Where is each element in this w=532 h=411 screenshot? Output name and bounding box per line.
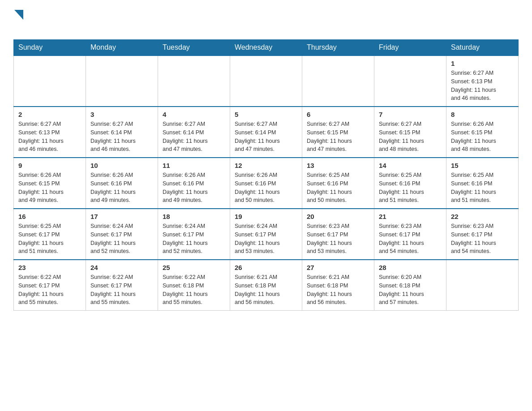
day-info: Sunrise: 6:23 AM Sunset: 6:17 PM Dayligh… bbox=[451, 222, 514, 256]
day-number: 25 bbox=[163, 264, 225, 271]
day-info: Sunrise: 6:27 AM Sunset: 6:14 PM Dayligh… bbox=[163, 120, 225, 154]
day-number: 4 bbox=[163, 111, 225, 118]
day-info: Sunrise: 6:22 AM Sunset: 6:18 PM Dayligh… bbox=[163, 273, 225, 307]
calendar-day bbox=[14, 56, 86, 107]
day-number: 2 bbox=[18, 111, 81, 118]
day-number: 10 bbox=[90, 162, 153, 169]
calendar-day: 20Sunrise: 6:23 AM Sunset: 6:17 PM Dayli… bbox=[302, 209, 374, 260]
day-header-wednesday: Wednesday bbox=[230, 40, 302, 56]
day-info: Sunrise: 6:26 AM Sunset: 6:16 PM Dayligh… bbox=[90, 171, 153, 205]
calendar-day: 9Sunrise: 6:26 AM Sunset: 6:15 PM Daylig… bbox=[14, 158, 86, 209]
day-number: 20 bbox=[307, 213, 369, 220]
calendar-day bbox=[302, 56, 374, 107]
day-number: 14 bbox=[379, 162, 442, 169]
calendar-day: 7Sunrise: 6:27 AM Sunset: 6:15 PM Daylig… bbox=[374, 107, 446, 158]
day-info: Sunrise: 6:27 AM Sunset: 6:14 PM Dayligh… bbox=[235, 120, 297, 154]
calendar-day: 8Sunrise: 6:26 AM Sunset: 6:15 PM Daylig… bbox=[446, 107, 519, 158]
day-info: Sunrise: 6:27 AM Sunset: 6:15 PM Dayligh… bbox=[379, 120, 442, 154]
calendar-table: SundayMondayTuesdayWednesdayThursdayFrid… bbox=[13, 39, 519, 311]
calendar-day: 22Sunrise: 6:23 AM Sunset: 6:17 PM Dayli… bbox=[446, 209, 519, 260]
day-number: 17 bbox=[90, 213, 153, 220]
calendar-day: 24Sunrise: 6:22 AM Sunset: 6:17 PM Dayli… bbox=[86, 260, 158, 311]
day-info: Sunrise: 6:25 AM Sunset: 6:16 PM Dayligh… bbox=[307, 171, 369, 205]
day-header-saturday: Saturday bbox=[446, 40, 519, 56]
calendar-day bbox=[158, 56, 230, 107]
logo bbox=[13, 9, 23, 35]
day-info: Sunrise: 6:25 AM Sunset: 6:16 PM Dayligh… bbox=[451, 171, 514, 205]
day-info: Sunrise: 6:26 AM Sunset: 6:16 PM Dayligh… bbox=[163, 171, 225, 205]
calendar-day: 15Sunrise: 6:25 AM Sunset: 6:16 PM Dayli… bbox=[446, 158, 519, 209]
day-info: Sunrise: 6:27 AM Sunset: 6:13 PM Dayligh… bbox=[18, 120, 81, 154]
day-info: Sunrise: 6:26 AM Sunset: 6:16 PM Dayligh… bbox=[235, 171, 297, 205]
calendar-day: 11Sunrise: 6:26 AM Sunset: 6:16 PM Dayli… bbox=[158, 158, 230, 209]
day-header-thursday: Thursday bbox=[302, 40, 374, 56]
day-number: 23 bbox=[18, 264, 81, 271]
calendar-day bbox=[86, 56, 158, 107]
day-info: Sunrise: 6:24 AM Sunset: 6:17 PM Dayligh… bbox=[235, 222, 297, 256]
logo-triangle-icon bbox=[14, 10, 23, 20]
day-header-monday: Monday bbox=[86, 40, 158, 56]
calendar-day: 16Sunrise: 6:25 AM Sunset: 6:17 PM Dayli… bbox=[14, 209, 86, 260]
day-info: Sunrise: 6:26 AM Sunset: 6:15 PM Dayligh… bbox=[18, 171, 81, 205]
day-number: 1 bbox=[451, 60, 514, 67]
day-number: 12 bbox=[235, 162, 297, 169]
day-number: 16 bbox=[18, 213, 81, 220]
day-info: Sunrise: 6:25 AM Sunset: 6:16 PM Dayligh… bbox=[379, 171, 442, 205]
calendar-day: 1Sunrise: 6:27 AM Sunset: 6:13 PM Daylig… bbox=[446, 56, 519, 107]
day-number: 7 bbox=[379, 111, 442, 118]
day-info: Sunrise: 6:27 AM Sunset: 6:13 PM Dayligh… bbox=[451, 69, 514, 103]
day-number: 24 bbox=[90, 264, 153, 271]
day-number: 19 bbox=[235, 213, 297, 220]
calendar-week-row: 16Sunrise: 6:25 AM Sunset: 6:17 PM Dayli… bbox=[14, 209, 519, 260]
day-number: 6 bbox=[307, 111, 369, 118]
calendar-day bbox=[446, 260, 519, 311]
day-number: 5 bbox=[235, 111, 297, 118]
calendar-week-row: 1Sunrise: 6:27 AM Sunset: 6:13 PM Daylig… bbox=[14, 56, 519, 107]
calendar-day bbox=[230, 56, 302, 107]
day-header-sunday: Sunday bbox=[14, 40, 86, 56]
calendar-day: 21Sunrise: 6:23 AM Sunset: 6:17 PM Dayli… bbox=[374, 209, 446, 260]
calendar-day: 5Sunrise: 6:27 AM Sunset: 6:14 PM Daylig… bbox=[230, 107, 302, 158]
day-header-tuesday: Tuesday bbox=[158, 40, 230, 56]
day-header-friday: Friday bbox=[374, 40, 446, 56]
day-info: Sunrise: 6:23 AM Sunset: 6:17 PM Dayligh… bbox=[379, 222, 442, 256]
calendar-day: 10Sunrise: 6:26 AM Sunset: 6:16 PM Dayli… bbox=[86, 158, 158, 209]
day-info: Sunrise: 6:25 AM Sunset: 6:17 PM Dayligh… bbox=[18, 222, 81, 256]
svg-marker-0 bbox=[14, 10, 23, 20]
day-number: 28 bbox=[379, 264, 442, 271]
calendar-day: 19Sunrise: 6:24 AM Sunset: 6:17 PM Dayli… bbox=[230, 209, 302, 260]
day-info: Sunrise: 6:23 AM Sunset: 6:17 PM Dayligh… bbox=[307, 222, 369, 256]
page-header bbox=[13, 9, 519, 35]
calendar-week-row: 9Sunrise: 6:26 AM Sunset: 6:15 PM Daylig… bbox=[14, 158, 519, 209]
calendar-day: 2Sunrise: 6:27 AM Sunset: 6:13 PM Daylig… bbox=[14, 107, 86, 158]
day-info: Sunrise: 6:20 AM Sunset: 6:18 PM Dayligh… bbox=[379, 273, 442, 307]
day-info: Sunrise: 6:27 AM Sunset: 6:15 PM Dayligh… bbox=[307, 120, 369, 154]
calendar-day: 3Sunrise: 6:27 AM Sunset: 6:14 PM Daylig… bbox=[86, 107, 158, 158]
calendar-day bbox=[374, 56, 446, 107]
day-number: 15 bbox=[451, 162, 514, 169]
calendar-day: 4Sunrise: 6:27 AM Sunset: 6:14 PM Daylig… bbox=[158, 107, 230, 158]
calendar-day: 23Sunrise: 6:22 AM Sunset: 6:17 PM Dayli… bbox=[14, 260, 86, 311]
calendar-day: 25Sunrise: 6:22 AM Sunset: 6:18 PM Dayli… bbox=[158, 260, 230, 311]
day-number: 13 bbox=[307, 162, 369, 169]
day-info: Sunrise: 6:26 AM Sunset: 6:15 PM Dayligh… bbox=[451, 120, 514, 154]
calendar-day: 13Sunrise: 6:25 AM Sunset: 6:16 PM Dayli… bbox=[302, 158, 374, 209]
day-info: Sunrise: 6:22 AM Sunset: 6:17 PM Dayligh… bbox=[90, 273, 153, 307]
day-number: 8 bbox=[451, 111, 514, 118]
day-number: 26 bbox=[235, 264, 297, 271]
day-info: Sunrise: 6:21 AM Sunset: 6:18 PM Dayligh… bbox=[307, 273, 369, 307]
day-info: Sunrise: 6:21 AM Sunset: 6:18 PM Dayligh… bbox=[235, 273, 297, 307]
calendar-day: 14Sunrise: 6:25 AM Sunset: 6:16 PM Dayli… bbox=[374, 158, 446, 209]
day-number: 27 bbox=[307, 264, 369, 271]
calendar-day: 26Sunrise: 6:21 AM Sunset: 6:18 PM Dayli… bbox=[230, 260, 302, 311]
calendar-header-row: SundayMondayTuesdayWednesdayThursdayFrid… bbox=[14, 40, 519, 56]
calendar-day: 18Sunrise: 6:24 AM Sunset: 6:17 PM Dayli… bbox=[158, 209, 230, 260]
day-info: Sunrise: 6:24 AM Sunset: 6:17 PM Dayligh… bbox=[90, 222, 153, 256]
calendar-day: 6Sunrise: 6:27 AM Sunset: 6:15 PM Daylig… bbox=[302, 107, 374, 158]
day-info: Sunrise: 6:22 AM Sunset: 6:17 PM Dayligh… bbox=[18, 273, 81, 307]
day-info: Sunrise: 6:27 AM Sunset: 6:14 PM Dayligh… bbox=[90, 120, 153, 154]
calendar-day: 27Sunrise: 6:21 AM Sunset: 6:18 PM Dayli… bbox=[302, 260, 374, 311]
day-number: 11 bbox=[163, 162, 225, 169]
calendar-week-row: 2Sunrise: 6:27 AM Sunset: 6:13 PM Daylig… bbox=[14, 107, 519, 158]
calendar-day: 28Sunrise: 6:20 AM Sunset: 6:18 PM Dayli… bbox=[374, 260, 446, 311]
